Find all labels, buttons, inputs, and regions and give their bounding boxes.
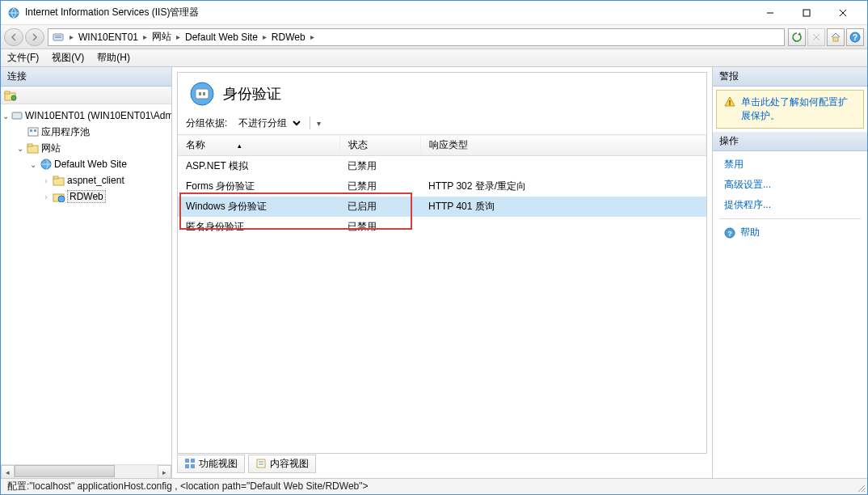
resize-grip[interactable] — [856, 483, 866, 493]
chevron-right-icon: ▸ — [261, 32, 268, 41]
connections-toolbar — [1, 87, 171, 104]
crumb-sites[interactable]: 网站 — [149, 30, 175, 44]
connections-header: 连接 — [1, 67, 171, 87]
tree-node-rdweb[interactable]: › RDWeb — [1, 188, 171, 205]
table-row[interactable]: Forms 身份验证 已禁用 HTTP 302 登录/重定向 — [178, 176, 706, 197]
crumb-defaultsite[interactable]: Default Web Site — [182, 32, 261, 43]
divider — [310, 116, 310, 129]
expand-icon[interactable]: › — [41, 176, 51, 185]
globe-icon — [40, 158, 53, 171]
alert-box: ! 单击此处了解如何配置扩展保护。 — [716, 90, 864, 129]
server-icon — [11, 109, 23, 122]
nav-forward-button[interactable] — [25, 28, 44, 46]
svg-rect-17 — [28, 128, 38, 136]
svg-rect-29 — [199, 92, 201, 95]
cell-name: 匿名身份验证 — [178, 217, 339, 237]
svg-rect-31 — [185, 459, 189, 463]
warning-icon: ! — [723, 95, 736, 123]
svg-rect-6 — [55, 36, 61, 36]
tree-node-server[interactable]: ⌄ WIN10ENT01 (WIN10ENT01\Administrator) — [1, 108, 171, 124]
svg-rect-7 — [55, 37, 61, 38]
status-text: 配置:"localhost" applicationHost.config , … — [7, 480, 369, 493]
table-row[interactable]: ASP.NET 模拟 已禁用 — [178, 156, 706, 177]
cell-state: 已禁用 — [339, 156, 420, 177]
crumb-rdweb[interactable]: RDWeb — [268, 32, 309, 43]
scroll-thumb[interactable] — [15, 465, 115, 477]
auth-grid[interactable]: 名称▴ 状态 响应类型 ASP.NET 模拟 已禁用 Forms 身份验证 — [178, 134, 706, 453]
action-help[interactable]: ? 帮助 — [713, 222, 867, 243]
action-disable[interactable]: 禁用 — [713, 154, 867, 175]
minimize-button[interactable] — [752, 1, 788, 24]
horizontal-scrollbar[interactable]: ◂ ▸ — [1, 464, 171, 478]
collapse-icon[interactable]: ⌄ — [15, 144, 25, 153]
alert-link[interactable]: 单击此处了解如何配置扩展保护。 — [741, 95, 857, 123]
menu-view[interactable]: 视图(V) — [52, 51, 84, 65]
nav-back-button[interactable] — [4, 28, 23, 46]
close-button[interactable] — [824, 1, 861, 24]
action-providers[interactable]: 提供程序... — [713, 195, 867, 215]
maximize-button[interactable] — [788, 1, 824, 24]
center-panel: 身份验证 分组依据: 不进行分组 ▾ 名称▴ 状态 响应类型 — [172, 67, 712, 478]
groupby-select[interactable]: 不进行分组 — [232, 115, 303, 131]
window-controls — [752, 1, 861, 24]
scroll-track[interactable] — [15, 465, 158, 478]
groupby-label: 分组依据: — [186, 116, 227, 130]
svg-rect-24 — [53, 176, 58, 179]
svg-line-43 — [864, 491, 865, 492]
expand-icon[interactable]: › — [41, 192, 51, 201]
action-advanced[interactable]: 高级设置... — [713, 175, 867, 195]
dropdown-icon[interactable]: ▾ — [317, 119, 321, 128]
collapse-icon[interactable]: ⌄ — [28, 160, 38, 169]
breadcrumb[interactable]: ▸ WIN10ENT01 ▸ 网站 ▸ Default Web Site ▸ R… — [48, 28, 785, 46]
app-folder-icon — [53, 190, 65, 203]
connections-tree[interactable]: ⌄ WIN10ENT01 (WIN10ENT01\Administrator) … — [1, 104, 171, 464]
menu-file[interactable]: 文件(F) — [7, 51, 39, 65]
view-tabs: 功能视图 内容视图 — [177, 454, 707, 473]
crumb-server[interactable]: WIN10ENT01 — [75, 32, 141, 43]
help-button[interactable]: ? — [846, 28, 864, 46]
stop-button[interactable] — [807, 28, 825, 46]
tree-label: RDWeb — [70, 191, 103, 202]
svg-rect-18 — [30, 129, 32, 132]
tree-node-apppools[interactable]: 应用程序池 — [1, 124, 171, 140]
svg-text:?: ? — [853, 33, 857, 42]
table-row[interactable]: 匿名身份验证 已禁用 — [178, 217, 706, 237]
cell-name: ASP.NET 模拟 — [178, 156, 339, 177]
cell-name: Forms 身份验证 — [178, 176, 339, 197]
svg-rect-14 — [5, 91, 10, 94]
svg-point-15 — [11, 95, 16, 100]
tab-content[interactable]: 内容视图 — [248, 455, 316, 473]
collapse-icon[interactable]: ⌄ — [2, 112, 9, 121]
statusbar: 配置:"localhost" applicationHost.config , … — [1, 478, 867, 494]
folder-icon[interactable] — [4, 90, 17, 101]
tree-label: Default Web Site — [54, 159, 127, 170]
col-name[interactable]: 名称▴ — [178, 135, 339, 156]
col-state[interactable]: 状态 — [339, 135, 420, 156]
home-button[interactable] — [827, 28, 845, 46]
tree-node-aspnet-client[interactable]: › aspnet_client — [1, 172, 171, 188]
svg-rect-34 — [191, 464, 195, 468]
refresh-button[interactable] — [788, 28, 806, 46]
right-panel: 警报 ! 单击此处了解如何配置扩展保护。 操作 禁用 高级设置... 提供程序.… — [712, 67, 867, 478]
scroll-left-button[interactable]: ◂ — [1, 465, 15, 479]
svg-rect-33 — [185, 464, 189, 468]
tree-label: 网站 — [41, 142, 61, 155]
menu-help[interactable]: 帮助(H) — [97, 51, 130, 65]
cell-resp — [420, 156, 706, 177]
chevron-right-icon: ▸ — [309, 32, 316, 41]
tree-node-default-site[interactable]: ⌄ Default Web Site — [1, 156, 171, 172]
app-icon — [7, 6, 20, 19]
cell-state: 已禁用 — [339, 217, 420, 237]
col-resp[interactable]: 响应类型 — [420, 135, 706, 156]
scroll-right-button[interactable]: ▸ — [158, 465, 171, 479]
svg-text:!: ! — [729, 99, 731, 107]
tab-features[interactable]: 功能视图 — [177, 455, 245, 473]
connections-panel: 连接 ⌄ WIN10ENT01 (WIN10ENT01\Administrato… — [1, 67, 172, 478]
cell-state: 已禁用 — [339, 176, 420, 197]
authentication-icon — [189, 81, 215, 107]
chevron-right-icon: ▸ — [175, 32, 182, 41]
tree-node-sites[interactable]: ⌄ 网站 — [1, 140, 171, 156]
table-row-selected[interactable]: Windows 身份验证 已启用 HTTP 401 质询 — [178, 197, 706, 217]
svg-line-41 — [858, 485, 865, 492]
cell-resp: HTTP 302 登录/重定向 — [420, 176, 706, 197]
